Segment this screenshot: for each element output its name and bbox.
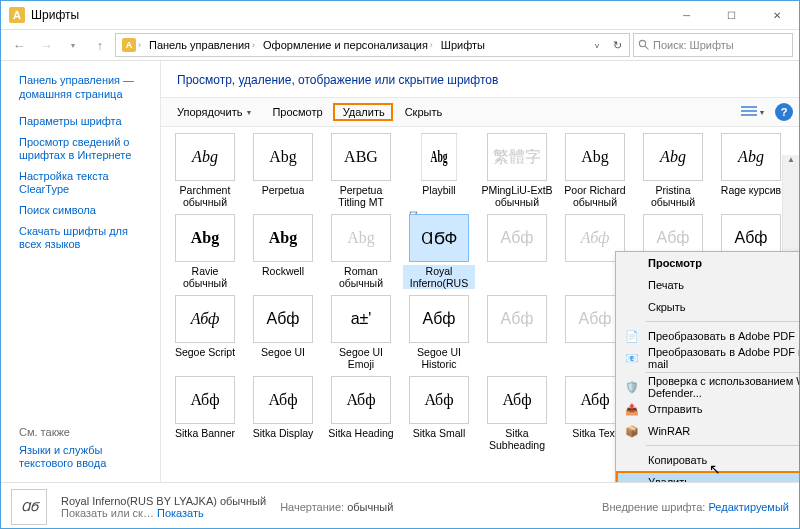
font-item[interactable]: ABGPerpetua Titling MT (325, 133, 397, 208)
font-item[interactable]: АбфSitka Display (247, 376, 319, 451)
font-item[interactable]: АбфSegoe UI Historic обычный (403, 295, 475, 370)
ctx-send-to[interactable]: 📤Отправить▶ (616, 398, 799, 420)
font-item[interactable]: АбфSegoe UI (247, 295, 319, 370)
font-item[interactable]: АбфSitka Small (403, 376, 475, 451)
details-font-name: Royal Inferno(RUS BY LYAJKA) обычный (61, 495, 266, 507)
control-panel-home-link[interactable]: Панель управления — домашняя страница (19, 73, 150, 101)
font-thumbnail: Абф (487, 376, 547, 424)
titlebar: A Шрифты ─ ☐ ✕ (1, 1, 799, 29)
font-name-label: Perpetua (262, 184, 305, 208)
font-item[interactable]: АбфSitka Heading (325, 376, 397, 451)
search-placeholder: Поиск: Шрифты (653, 39, 734, 51)
history-dropdown[interactable]: v (587, 41, 607, 50)
fonts-app-icon: A (122, 38, 136, 52)
font-item[interactable]: АбфSitka Subheading (481, 376, 553, 451)
sidebar-link-font-info-online[interactable]: Просмотр сведений о шрифтах в Интернете (19, 136, 150, 162)
preview-button[interactable]: Просмотр (262, 103, 330, 121)
details-pane: ⱭϬ Royal Inferno(RUS BY LYAJKA) обычный … (1, 482, 799, 529)
font-item[interactable]: AbgRockwell (247, 214, 319, 289)
sidebar-link-cleartype[interactable]: Настройка текста ClearType (19, 170, 150, 196)
back-button[interactable]: ← (7, 33, 31, 57)
pdf-email-icon: 📧 (624, 350, 640, 366)
font-item[interactable]: AbgPoor Richard обычный (559, 133, 631, 208)
font-thumbnail: Абф (253, 376, 313, 424)
font-item[interactable]: AbgParchment обычный (169, 133, 241, 208)
font-item[interactable]: AbgPerpetua (247, 133, 319, 208)
refresh-button[interactable]: ↻ (607, 39, 627, 52)
view-options-button[interactable]: ▼ (739, 100, 767, 124)
font-name-label: PMingLiU-ExtB обычный (481, 184, 553, 208)
font-item[interactable]: 繁體字PMingLiU-ExtB обычный (481, 133, 553, 208)
details-embed-link[interactable]: Редактируемый (709, 501, 790, 513)
font-item[interactable]: Абф (481, 214, 553, 289)
ctx-windows-defender[interactable]: 🛡️Проверка с использованием Windows Defe… (616, 376, 799, 398)
font-item[interactable]: Абф (481, 295, 553, 370)
font-item[interactable]: AbgPristina обычный (637, 133, 709, 208)
help-button[interactable]: ? (775, 103, 793, 121)
see-also-label: См. также (19, 426, 149, 438)
svg-rect-2 (741, 106, 757, 108)
details-style-value: обычный (347, 501, 393, 513)
font-thumbnail: Абф (175, 376, 235, 424)
details-embed-label: Внедрение шрифта: (602, 501, 705, 513)
details-thumbnail: ⱭϬ (11, 489, 47, 525)
hide-button[interactable]: Скрыть (395, 103, 451, 121)
font-name-label: Sitka Banner (175, 427, 235, 451)
forward-button[interactable]: → (34, 33, 58, 57)
font-thumbnail: Abg (331, 214, 391, 262)
search-input[interactable]: Поиск: Шрифты (633, 33, 793, 57)
winrar-icon: 📦 (624, 423, 640, 439)
font-name-label: Parchment обычный (169, 184, 241, 208)
font-name-label: Sitka Small (413, 427, 466, 451)
svg-rect-4 (741, 114, 757, 116)
font-item[interactable]: AbgRage курсив (715, 133, 787, 208)
sidebar-see-also: См. также Языки и службы текстового ввод… (19, 426, 149, 478)
sidebar-link-download-fonts[interactable]: Скачать шрифты для всех языков (19, 225, 150, 251)
toolbar: Упорядочить▼ Просмотр Удалить Скрыть ▼ ? (161, 97, 799, 127)
ctx-print[interactable]: Печать (616, 274, 799, 296)
sidebar-link-text-services[interactable]: Языки и службы текстового ввода (19, 444, 149, 470)
font-name-label: Segoe UI Historic обычный (403, 346, 475, 370)
ctx-delete[interactable]: Удалить (616, 471, 799, 482)
font-name-label: Ravie обычный (169, 265, 241, 289)
close-button[interactable]: ✕ (754, 1, 799, 29)
fonts-app-icon: A (9, 7, 25, 23)
details-show-link[interactable]: Показать (157, 507, 204, 519)
breadcrumb[interactable]: A› Панель управления › Оформление и перс… (115, 33, 630, 57)
recent-locations-button[interactable]: ▾ (61, 33, 85, 57)
font-name-label: Rage курсив (721, 184, 781, 208)
font-thumbnail: ⱭϬΦ (409, 214, 469, 262)
font-item[interactable]: AbgPlaybill (403, 133, 475, 208)
ctx-convert-pdf[interactable]: 📄Преобразовать в Adobe PDF (616, 325, 799, 347)
font-item[interactable]: AbgRavie обычный (169, 214, 241, 289)
font-name-label: Royal Inferno(RUS BY LYAJKA) обычный (403, 265, 475, 289)
minimize-button[interactable]: ─ (664, 1, 709, 29)
breadcrumb-item[interactable]: Шрифты (437, 37, 489, 53)
breadcrumb-item[interactable]: Панель управления › (145, 37, 259, 53)
shield-icon: 🛡️ (624, 379, 640, 395)
context-menu: Просмотр Печать Скрыть 📄Преобразовать в … (615, 251, 799, 482)
font-thumbnail: Абф (487, 295, 547, 343)
font-item[interactable]: AbgRoman обычный (325, 214, 397, 289)
sidebar-link-font-settings[interactable]: Параметры шрифта (19, 115, 150, 128)
font-thumbnail: Abg (175, 214, 235, 262)
delete-button[interactable]: Удалить (333, 103, 393, 121)
ctx-copy[interactable]: Копировать (616, 449, 799, 471)
ctx-convert-pdf-email[interactable]: 📧Преобразовать в Adobe PDF и отправить п… (616, 347, 799, 369)
font-thumbnail: Абф (487, 214, 547, 262)
breadcrumb-item[interactable]: Оформление и персонализация › (259, 37, 437, 53)
up-button[interactable]: ↑ (88, 33, 112, 57)
ctx-preview[interactable]: Просмотр (616, 252, 799, 274)
ctx-hide[interactable]: Скрыть (616, 296, 799, 318)
font-item[interactable]: АбфSegoe Script (169, 295, 241, 370)
sidebar-link-find-char[interactable]: Поиск символа (19, 204, 150, 217)
maximize-button[interactable]: ☐ (709, 1, 754, 29)
font-name-label: Pristina обычный (637, 184, 709, 208)
font-item[interactable]: АбфSitka Banner (169, 376, 241, 451)
font-item[interactable]: a±'Segoe UI Emoji обычный (325, 295, 397, 370)
font-item[interactable]: ⱭϬΦRoyal Inferno(RUS BY LYAJKA) обычный (403, 214, 475, 289)
organize-button[interactable]: Упорядочить▼ (167, 103, 260, 121)
font-name-label: Roman обычный (325, 265, 397, 289)
page-heading: Просмотр, удаление, отображение или скры… (161, 61, 799, 97)
ctx-winrar[interactable]: 📦WinRAR▶ (616, 420, 799, 442)
